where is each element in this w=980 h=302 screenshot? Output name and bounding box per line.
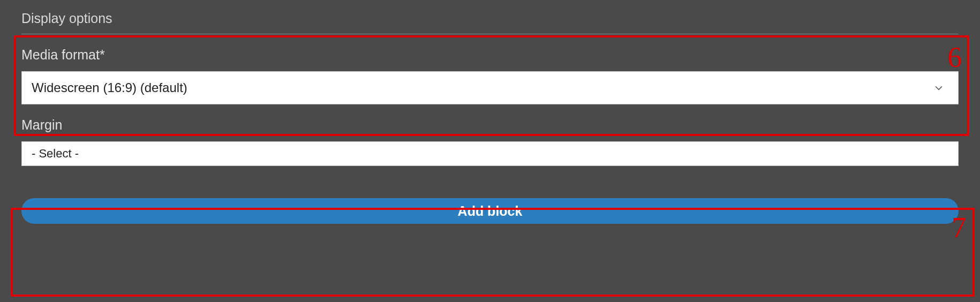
add-block-button[interactable]: Add block: [21, 198, 959, 224]
section-title: Display options: [21, 11, 959, 26]
margin-value: - Select -: [32, 147, 948, 161]
margin-label: Margin: [21, 117, 959, 133]
margin-select[interactable]: - Select -: [21, 141, 959, 166]
chevron-down-icon: [933, 82, 944, 93]
media-format-label: Media format*: [21, 47, 959, 63]
section-divider: [21, 34, 959, 34]
display-options-panel: Display options Media format* Widescreen…: [0, 0, 980, 235]
media-format-field: Media format* Widescreen (16:9) (default…: [21, 47, 959, 104]
margin-field: Margin - Select -: [21, 117, 959, 166]
media-format-value: Widescreen (16:9) (default): [32, 80, 933, 95]
media-format-select[interactable]: Widescreen (16:9) (default): [21, 71, 959, 104]
